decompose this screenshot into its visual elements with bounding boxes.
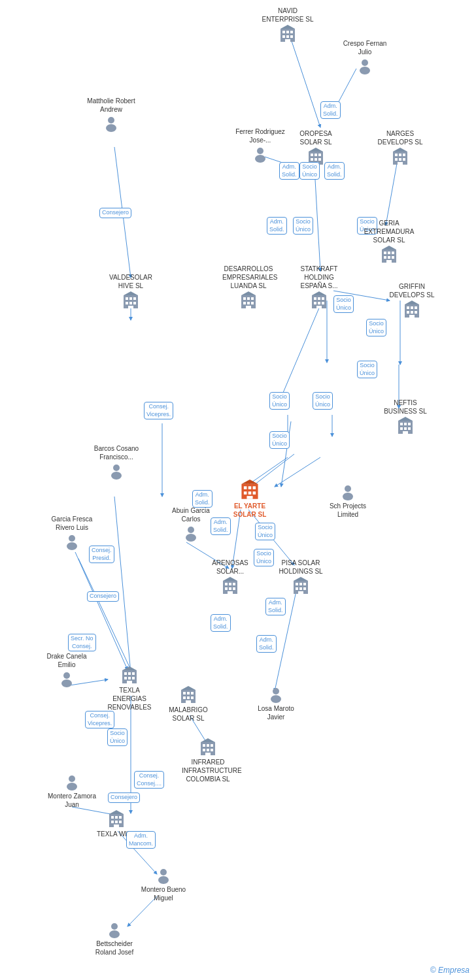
svg-point-46: [255, 155, 265, 163]
svg-rect-108: [409, 315, 415, 318]
badge-socio-texla: SocioÚnico: [107, 728, 128, 746]
svg-rect-94: [318, 297, 320, 300]
badge-consej-vicepres-texla: Consej.Vicepres.: [85, 711, 114, 728]
svg-rect-58: [399, 154, 401, 156]
node-bettscheider: Bettscheider Roland Josef: [88, 920, 141, 956]
svg-rect-52: [314, 158, 317, 161]
badge-adm-crespo: Adm.Solid.: [320, 101, 341, 119]
svg-rect-72: [386, 260, 392, 263]
badge-consej-vicepres-barcos: Consej.Vicepres.: [144, 402, 173, 419]
person-icon-montero-zamora: [63, 774, 80, 791]
badge-socio-griffin1: SocioÚnico: [357, 361, 377, 378]
svg-rect-51: [311, 158, 313, 161]
svg-rect-162: [132, 677, 135, 679]
svg-rect-98: [322, 302, 324, 304]
badge-adm-pisa: Adm.Solid.: [256, 635, 277, 653]
svg-rect-143: [228, 591, 233, 594]
svg-rect-188: [111, 816, 114, 819]
svg-point-134: [345, 485, 351, 492]
svg-rect-70: [388, 256, 390, 259]
badge-adm-oropesa2: Adm.Solid.: [324, 162, 345, 180]
svg-rect-103: [411, 306, 413, 309]
node-ferrer: Ferrer Rodriguez Jose-...: [234, 127, 286, 164]
node-arenosas: ARENOSAS SOLAR...: [204, 559, 256, 596]
svg-marker-73: [382, 246, 396, 250]
svg-rect-34: [286, 31, 289, 33]
svg-rect-48: [311, 154, 313, 156]
badge-adm-arenosas2: Adm.Solid.: [211, 614, 231, 632]
node-losa: Losa Maroto Javier: [250, 685, 302, 721]
svg-rect-138: [229, 583, 231, 585]
svg-point-44: [106, 124, 116, 132]
building-icon-griffin: [403, 301, 421, 319]
svg-line-0: [291, 39, 320, 127]
node-el-yarte: EL YARTE SOLAR SL: [224, 478, 276, 519]
svg-rect-166: [183, 692, 186, 694]
svg-rect-168: [191, 692, 194, 694]
svg-rect-93: [314, 297, 316, 300]
svg-rect-76: [129, 297, 132, 300]
svg-marker-82: [124, 291, 138, 295]
node-texla-energias: TEXLA ENERGIAS RENOVABLES: [103, 665, 156, 711]
svg-rect-78: [126, 302, 128, 304]
svg-rect-105: [407, 311, 409, 314]
svg-point-45: [257, 148, 264, 154]
svg-point-121: [69, 535, 75, 542]
svg-rect-189: [115, 816, 118, 819]
node-geria: GERIA EXTREMADURA SOLAR SL: [363, 219, 415, 265]
svg-rect-113: [408, 423, 411, 425]
node-sch: Sch Projects Limited: [322, 482, 374, 519]
svg-rect-62: [403, 158, 405, 161]
node-desarrollos: DESARROLLOS EMPRESARIALES LUANDA SL: [222, 265, 275, 311]
svg-rect-50: [318, 154, 321, 156]
person-icon-montero-bueno: [155, 867, 172, 884]
badge-socio-statkraft2: SocioÚnico: [366, 319, 386, 336]
svg-rect-191: [111, 821, 114, 823]
svg-rect-37: [286, 35, 289, 38]
building-icon-statkraft: [310, 291, 328, 310]
badge-socio-row2b: SocioÚnico: [293, 217, 313, 235]
svg-rect-177: [203, 744, 205, 747]
svg-marker-184: [201, 738, 215, 742]
badge-socio-chain2: SocioÚnico: [313, 392, 333, 410]
node-griffin: GRIFFIN DEVELOPS SL: [386, 282, 438, 320]
building-icon-texla-wind: [107, 810, 126, 828]
svg-rect-192: [115, 821, 118, 823]
badge-socio-elyarte2: SocioÚnico: [254, 549, 274, 566]
building-icon-narges: [391, 148, 409, 166]
svg-rect-87: [243, 302, 246, 304]
svg-rect-149: [296, 587, 298, 590]
badge-socio-oropesa1: SocioÚnico: [299, 162, 320, 180]
svg-point-196: [160, 869, 167, 875]
svg-point-120: [111, 472, 122, 480]
person-icon-ferrer: [252, 146, 269, 163]
person-icon-sch: [339, 483, 356, 500]
node-abuin: Abuin Garcia Carlos: [165, 506, 217, 543]
svg-rect-132: [246, 496, 252, 499]
node-crespo: Crespo Fernan Julio: [339, 39, 391, 76]
svg-line-3: [386, 160, 398, 225]
svg-rect-75: [126, 297, 128, 300]
svg-marker-118: [398, 417, 413, 421]
svg-point-154: [63, 672, 70, 679]
node-mattholie: Mattholie Robert Andrew: [85, 97, 137, 133]
svg-rect-53: [318, 158, 321, 161]
svg-rect-178: [207, 744, 209, 747]
svg-rect-117: [403, 431, 408, 434]
node-montero-bueno: Montero Bueno Miguel: [137, 866, 190, 902]
person-icon-crespo: [356, 57, 373, 74]
svg-rect-85: [247, 297, 250, 300]
svg-rect-142: [233, 587, 235, 590]
svg-rect-99: [316, 306, 322, 308]
svg-marker-40: [280, 25, 295, 29]
watermark: © Empresa: [430, 966, 469, 975]
badge-adm-abuin: Adm.Solid.: [192, 490, 212, 508]
svg-rect-193: [119, 821, 122, 823]
svg-rect-63: [398, 162, 403, 165]
svg-rect-179: [211, 744, 213, 747]
svg-marker-109: [405, 301, 419, 304]
building-icon-malabrigo: [179, 686, 197, 704]
svg-rect-159: [132, 672, 135, 675]
person-icon-mattholie: [103, 115, 120, 132]
badge-consej-presid: Consej.Presid.: [89, 546, 114, 563]
